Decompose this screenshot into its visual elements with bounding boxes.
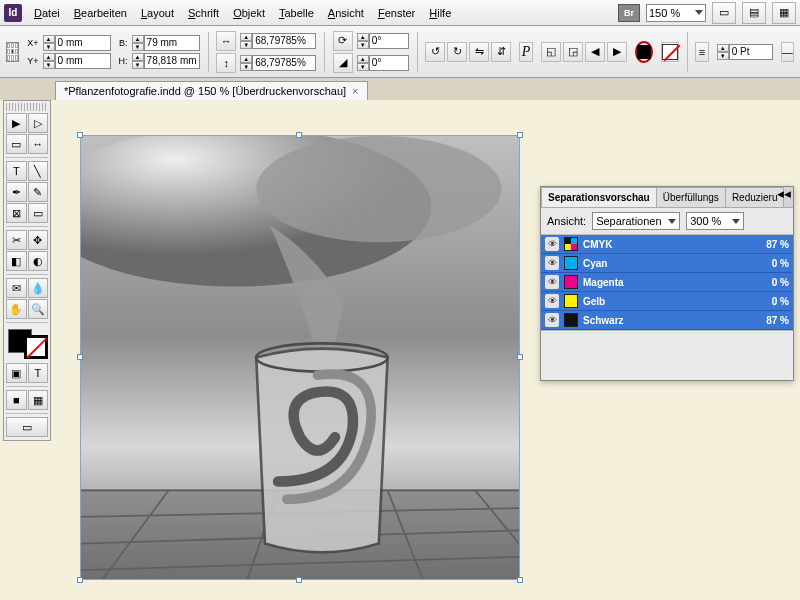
image-frame[interactable] (80, 135, 520, 580)
stroke-color-swatch[interactable] (661, 42, 679, 62)
ink-name: Gelb (583, 296, 767, 307)
handle-bot-right[interactable] (517, 577, 523, 583)
tab-reduzierung[interactable]: Reduzieru (725, 187, 785, 207)
app-logo-icon: Id (4, 4, 22, 22)
rotate-cw-icon[interactable]: ↻ (447, 42, 467, 62)
arrange-documents-icon[interactable]: ▦ (772, 2, 796, 24)
ink-limit-select[interactable]: 300 % (686, 212, 744, 230)
reference-point[interactable] (6, 42, 19, 62)
gap-tool[interactable]: ↔ (28, 134, 49, 154)
rotate-ccw-icon[interactable]: ↺ (425, 42, 445, 62)
ink-row[interactable]: 👁CMYK87 % (541, 235, 793, 254)
ink-value: 0 % (772, 277, 789, 288)
view-select[interactable]: Separationen (592, 212, 680, 230)
x-input[interactable] (55, 35, 111, 51)
y-input[interactable] (55, 53, 111, 69)
formatting-container-icon[interactable]: ▣ (6, 363, 27, 383)
direct-selection-tool[interactable]: ▷ (28, 113, 49, 133)
shear-input[interactable] (369, 55, 409, 71)
menu-tabelle[interactable]: Tabelle (273, 4, 320, 22)
select-content-icon[interactable]: ◲ (563, 42, 583, 62)
view-mode-icon[interactable]: ▭ (6, 417, 48, 437)
visibility-eye-icon[interactable]: 👁 (545, 237, 559, 251)
menu-ansicht[interactable]: Ansicht (322, 4, 370, 22)
scissors-tool[interactable]: ✂ (6, 230, 27, 250)
flip-h-icon[interactable]: ⇋ (469, 42, 489, 62)
handle-bot-mid[interactable] (296, 577, 302, 583)
selection-tool[interactable]: ▶ (6, 113, 27, 133)
select-container-icon[interactable]: ◱ (541, 42, 561, 62)
menu-schrift[interactable]: Schrift (182, 4, 225, 22)
panel-collapse-icon[interactable]: ◀◀ (777, 189, 791, 199)
handle-mid-right[interactable] (517, 354, 523, 360)
fill-stroke-swatch[interactable] (6, 327, 50, 361)
paragraph-style-icon[interactable]: P (519, 42, 532, 62)
menu-hilfe[interactable]: Hilfe (423, 4, 457, 22)
svg-point-2 (256, 136, 501, 242)
line-tool[interactable]: ╲ (28, 161, 49, 181)
handle-bot-left[interactable] (77, 577, 83, 583)
zoom-level-select[interactable]: 150 % (646, 4, 706, 22)
toolbox-grip[interactable] (6, 103, 48, 111)
stroke-weight-input[interactable] (729, 44, 773, 60)
angle-input[interactable] (369, 33, 409, 49)
screen-mode-icon[interactable]: ▤ (742, 2, 766, 24)
document-tab-label: *Pflanzenfotografie.indd @ 150 % [Überdr… (64, 85, 346, 97)
menu-fenster[interactable]: Fenster (372, 4, 421, 22)
formatting-text-icon[interactable]: T (28, 363, 49, 383)
stroke-style-icon[interactable]: — (781, 42, 794, 62)
ink-value: 0 % (772, 258, 789, 269)
menu-bearbeiten[interactable]: Bearbeiten (68, 4, 133, 22)
gradient-feather-tool[interactable]: ◐ (28, 251, 49, 271)
height-input[interactable] (144, 53, 200, 69)
zoom-tool[interactable]: 🔍 (28, 299, 49, 319)
visibility-eye-icon[interactable]: 👁 (545, 275, 559, 289)
document-tab[interactable]: *Pflanzenfotografie.indd @ 150 % [Überdr… (55, 81, 368, 100)
menu-layout[interactable]: Layout (135, 4, 180, 22)
free-transform-tool[interactable]: ✥ (28, 230, 49, 250)
visibility-eye-icon[interactable]: 👁 (545, 313, 559, 327)
gradient-swatch-tool[interactable]: ◧ (6, 251, 27, 271)
menubar: Id Datei Bearbeiten Layout Schrift Objek… (0, 0, 800, 26)
ink-row[interactable]: 👁Gelb0 % (541, 292, 793, 311)
visibility-eye-icon[interactable]: 👁 (545, 256, 559, 270)
scale-x-input[interactable] (252, 33, 316, 49)
apply-gradient-icon[interactable]: ▦ (28, 390, 49, 410)
ink-row[interactable]: 👁Cyan0 % (541, 254, 793, 273)
select-next-icon[interactable]: ▶ (607, 42, 627, 62)
ink-name: Magenta (583, 277, 767, 288)
eyedropper-tool[interactable]: 💧 (28, 278, 49, 298)
width-input[interactable] (144, 35, 200, 51)
scale-y-icon: ↕ (216, 53, 236, 73)
handle-top-right[interactable] (517, 132, 523, 138)
tab-separationsvorschau[interactable]: Separationsvorschau (541, 187, 657, 207)
menu-objekt[interactable]: Objekt (227, 4, 271, 22)
flip-v-icon[interactable]: ⇵ (491, 42, 511, 62)
bridge-icon[interactable]: Br (618, 4, 640, 22)
handle-top-mid[interactable] (296, 132, 302, 138)
page-tool[interactable]: ▭ (6, 134, 27, 154)
ink-row[interactable]: 👁Magenta0 % (541, 273, 793, 292)
pencil-tool[interactable]: ✎ (28, 182, 49, 202)
apply-color-icon[interactable]: ■ (6, 390, 27, 410)
menu-datei[interactable]: Datei (28, 4, 66, 22)
select-prev-icon[interactable]: ◀ (585, 42, 605, 62)
note-tool[interactable]: ✉ (6, 278, 27, 298)
visibility-eye-icon[interactable]: 👁 (545, 294, 559, 308)
handle-top-left[interactable] (77, 132, 83, 138)
ink-name: Schwarz (583, 315, 761, 326)
scale-y-input[interactable] (252, 55, 316, 71)
handle-mid-left[interactable] (77, 354, 83, 360)
fill-color-swatch[interactable] (635, 41, 653, 63)
type-tool[interactable]: T (6, 161, 27, 181)
ink-swatch-icon (564, 256, 578, 270)
pen-tool[interactable]: ✒ (6, 182, 27, 202)
rectangle-frame-tool[interactable]: ⊠ (6, 203, 27, 223)
document-tabbar: *Pflanzenfotografie.indd @ 150 % [Überdr… (0, 78, 800, 100)
close-tab-icon[interactable]: × (352, 85, 358, 97)
view-options-icon[interactable]: ▭ (712, 2, 736, 24)
tab-ueberfuellung[interactable]: Überfüllungs (656, 187, 726, 207)
hand-tool[interactable]: ✋ (6, 299, 27, 319)
ink-row[interactable]: 👁Schwarz87 % (541, 311, 793, 330)
rectangle-tool[interactable]: ▭ (28, 203, 49, 223)
